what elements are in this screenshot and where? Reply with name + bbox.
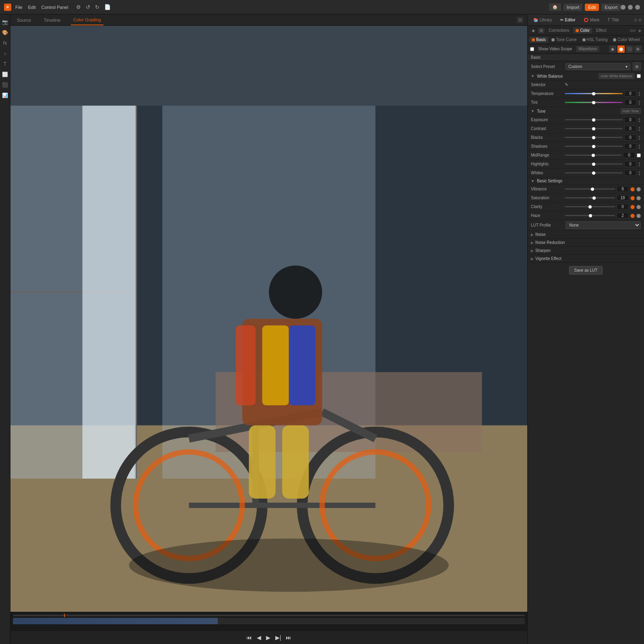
basic-settings-caret[interactable]: ▼ xyxy=(531,179,535,183)
wb-auto-checkbox[interactable] xyxy=(637,74,641,78)
saturation-slider[interactable] xyxy=(565,197,615,198)
sidebar-icon-fx[interactable]: fx xyxy=(1,39,10,47)
sub-tab-color-wheel[interactable]: Color Wheel xyxy=(611,37,642,43)
sidebar-icon-chart[interactable]: 📊 xyxy=(1,91,10,100)
tint-up[interactable]: ▲ xyxy=(638,100,641,103)
saturation-thumb[interactable] xyxy=(592,196,596,200)
sidebar-icon-color[interactable]: 🎨 xyxy=(1,28,10,37)
toolbar-btn-3[interactable]: ⬛ xyxy=(626,45,633,53)
sidebar-icon-audio[interactable]: ♪ xyxy=(1,49,10,58)
temperature-down[interactable]: ▼ xyxy=(638,94,641,97)
highlights-slider[interactable] xyxy=(565,163,623,165)
tint-down[interactable]: ▼ xyxy=(638,103,641,105)
whites-down[interactable]: ▼ xyxy=(638,173,641,176)
shadows-up[interactable]: ▲ xyxy=(638,144,641,147)
maximize-btn[interactable] xyxy=(628,5,633,10)
panel-expand-icon[interactable]: ⊞ xyxy=(638,18,642,22)
saturation-color-btn[interactable]: ⬤ xyxy=(630,196,635,200)
highlights-value[interactable] xyxy=(624,161,636,167)
toolbar-btn-4[interactable]: ⊞ xyxy=(634,45,642,53)
close-btn[interactable] xyxy=(635,5,640,10)
clarity-slider[interactable] xyxy=(565,206,615,207)
sub-tab-hsl-tuning[interactable]: HSL Tuning xyxy=(580,37,610,43)
haze-color-btn[interactable]: ⬤ xyxy=(630,213,635,218)
clarity-reset-btn[interactable]: ⬤ xyxy=(636,204,641,209)
midrange-slider[interactable] xyxy=(565,155,621,156)
shadows-value[interactable] xyxy=(624,143,636,149)
contrast-slider[interactable] xyxy=(565,128,623,129)
tab-mask[interactable]: ⭕ Mask xyxy=(580,17,603,23)
vibrance-slider[interactable] xyxy=(565,188,615,190)
tab-library[interactable]: 📚 Library xyxy=(530,17,555,23)
exposure-value[interactable] xyxy=(624,117,636,123)
show-video-scope-label[interactable]: Show Video Scope xyxy=(537,46,574,52)
skip-end-btn[interactable]: ⏭ xyxy=(286,634,291,641)
highlights-down[interactable]: ▼ xyxy=(638,164,641,167)
whites-thumb[interactable] xyxy=(592,171,595,175)
highlights-thumb[interactable] xyxy=(592,163,595,166)
clarity-thumb[interactable] xyxy=(588,205,592,208)
toolbar-btn-1[interactable]: ◉ xyxy=(609,45,616,53)
vibrance-thumb[interactable] xyxy=(591,188,594,191)
sidebar-icon-text[interactable]: T xyxy=(1,60,10,68)
contrast-up[interactable]: ▲ xyxy=(638,126,641,129)
tab-effect[interactable]: Effect xyxy=(594,27,609,33)
whites-value[interactable] xyxy=(624,170,636,176)
exposure-up[interactable]: ▲ xyxy=(638,117,641,120)
preset-save-btn[interactable]: ⊞ xyxy=(633,62,641,70)
clarity-color-btn[interactable]: ⬤ xyxy=(630,204,635,209)
contrast-value[interactable] xyxy=(624,126,636,132)
sub-tab-basic[interactable]: Basic xyxy=(529,37,548,43)
sidebar-icon-camera[interactable]: 📷 xyxy=(1,18,10,27)
temperature-slider[interactable] xyxy=(565,93,623,94)
haze-value[interactable] xyxy=(617,213,629,219)
tone-auto-btn[interactable]: Auto Tone xyxy=(621,108,641,114)
saturation-reset-btn[interactable]: ⬤ xyxy=(636,196,641,200)
midrange-checkbox[interactable] xyxy=(637,153,641,157)
tab-corrections[interactable]: Corrections xyxy=(546,27,572,33)
shadows-slider[interactable] xyxy=(565,146,623,147)
shadows-down[interactable]: ▼ xyxy=(638,147,641,149)
tab-color[interactable]: Color xyxy=(573,27,592,33)
temperature-up[interactable]: ▲ xyxy=(638,91,641,94)
selector-pen-icon[interactable]: ✎ xyxy=(565,82,568,87)
sidebar-icon-transition[interactable]: ⬜ xyxy=(1,70,10,79)
blacks-thumb[interactable] xyxy=(592,136,595,139)
blacks-up[interactable]: ▲ xyxy=(638,135,641,138)
file-btn[interactable]: 📄 xyxy=(103,3,112,11)
next-frame-btn[interactable]: ▶| xyxy=(275,634,281,641)
whites-slider[interactable] xyxy=(565,172,623,173)
menu-edit[interactable]: Edit xyxy=(28,5,36,10)
tone-caret[interactable]: ▼ xyxy=(531,109,535,113)
menu-file[interactable]: File xyxy=(15,5,23,10)
shadows-thumb[interactable] xyxy=(592,145,595,148)
clarity-value[interactable] xyxy=(617,204,629,210)
video-scope-checkbox[interactable] xyxy=(530,47,534,51)
whites-up[interactable]: ▲ xyxy=(638,170,641,173)
saturation-value[interactable] xyxy=(617,195,629,201)
wb-caret[interactable]: ▼ xyxy=(531,74,535,78)
highlights-up[interactable]: ▲ xyxy=(638,161,641,164)
tab-timeline[interactable]: Timeline xyxy=(41,14,63,25)
haze-thumb[interactable] xyxy=(589,214,592,217)
tab-editor[interactable]: ✏ Editor xyxy=(557,17,579,23)
midrange-thumb[interactable] xyxy=(592,154,595,157)
undo-btn[interactable]: ↺ xyxy=(84,3,92,11)
preset-dropdown[interactable]: Custom ▾ xyxy=(566,63,630,70)
import-btn[interactable]: Import xyxy=(564,4,582,11)
exposure-down[interactable]: ▼ xyxy=(638,120,641,123)
contrast-down[interactable]: ▼ xyxy=(638,129,641,132)
tab-title[interactable]: T Title xyxy=(605,17,623,23)
edit-btn[interactable]: Edit xyxy=(585,4,599,11)
vibrance-value[interactable] xyxy=(617,186,629,192)
sharpen-header[interactable]: ▶ Sharpen xyxy=(528,247,644,254)
blacks-slider[interactable] xyxy=(565,137,623,138)
tint-value[interactable] xyxy=(624,99,636,105)
menu-control-panel[interactable]: Control Panel xyxy=(41,5,68,10)
temperature-thumb[interactable] xyxy=(592,92,595,95)
vibrance-color-btn[interactable]: ⬤ xyxy=(630,187,635,191)
home-nav-btn[interactable]: 🏠 xyxy=(549,3,561,11)
panel-nav-arrow[interactable]: ▶ xyxy=(639,29,642,33)
exposure-thumb[interactable] xyxy=(592,118,595,122)
skip-start-btn[interactable]: ⏮ xyxy=(246,634,252,641)
